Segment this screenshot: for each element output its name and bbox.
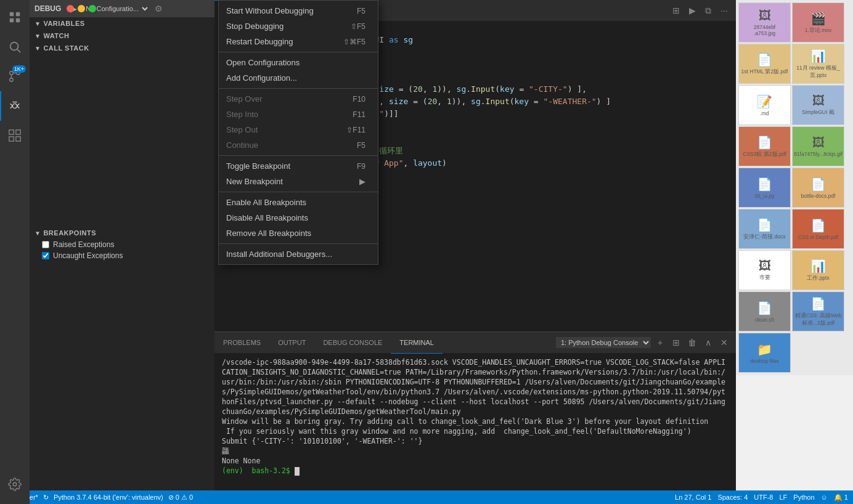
file-thumb-gongzuo[interactable]: 📊 工作.pptx	[792, 250, 844, 290]
status-encoding[interactable]: UTF-8	[754, 494, 773, 501]
file-thumb-desktop[interactable]: 📁 desktop files	[738, 333, 791, 373]
status-spaces[interactable]: Spaces: 4	[717, 494, 748, 501]
line-ending-label: LF	[779, 494, 787, 501]
call-stack-section-header[interactable]: ▼ CALL STACK	[30, 42, 214, 54]
menu-item-open-configurations[interactable]: Open Configurations	[219, 55, 378, 70]
status-right: Ln 27, Col 1 Spaces: 4 UTF-8 LF Python ☺…	[675, 494, 848, 502]
tab-terminal[interactable]: TERMINAL	[391, 332, 443, 354]
split-terminal-button[interactable]: ⊞	[669, 336, 683, 349]
status-bar: ⎇ master* ↻ Python 3.7.4 64-bit ('env': …	[0, 490, 853, 504]
menu-item-install-debuggers[interactable]: Install Additional Debuggers...	[219, 246, 378, 262]
variables-section-header[interactable]: ▼ VARIABLES	[30, 17, 214, 30]
menu-item-start-without-debug[interactable]: Start Without Debugging F5	[219, 3, 378, 18]
status-python[interactable]: Python 3.7.4 64-bit ('env': virtualenv)	[54, 494, 163, 501]
terminal-tab-bar: PROBLEMS OUTPUT DEBUG CONSOLE TERMINAL 1…	[214, 332, 736, 354]
debug-icon[interactable]	[0, 91, 30, 121]
menu-item-label: New Breakpoint	[226, 177, 335, 186]
status-position[interactable]: Ln 27, Col 1	[675, 494, 711, 501]
file-thumb-css3[interactable]: 📄 CSS3权 第2版.pdf	[738, 126, 791, 166]
menu-item-restart-debugging[interactable]: Restart Debugging ⇧⌘F5	[219, 34, 378, 49]
file-thumb-label: 市要	[759, 274, 770, 282]
source-control-icon[interactable]: 1K+	[0, 62, 30, 91]
status-line-ending[interactable]: LF	[779, 494, 787, 501]
search-icon[interactable]	[0, 32, 30, 62]
menu-item-remove-all-breakpoints[interactable]: Remove All Breakpoints	[219, 226, 378, 241]
svg-rect-0	[10, 12, 14, 16]
maximize-panel-button[interactable]: ∧	[701, 336, 715, 349]
terminal-tab-actions: 1: Python Debug Console + ⊞ 🗑 ∧ ✕	[556, 336, 736, 349]
status-errors[interactable]: ⊘ 0 ⚠ 0	[168, 494, 193, 502]
file-thumb-mov[interactable]: 🎬 1.导论.mov	[792, 2, 844, 43]
split-editor-button[interactable]: ⊞	[669, 4, 683, 17]
minimize-button[interactable]	[78, 5, 85, 12]
file-thumb-pptx[interactable]: 📊 11月 review 模板_页.pptx	[792, 44, 844, 84]
uncaught-exceptions-checkbox[interactable]	[42, 252, 49, 259]
file-thumb-label: CSS in Depth.pdf	[798, 234, 839, 240]
shell-icon: 📄	[757, 301, 772, 315]
terminal-content[interactable]: /vscode-ipc-988aa900-949e-4499-8a17-5838…	[214, 354, 736, 504]
source-control-badge: 1K+	[12, 65, 26, 73]
status-sync[interactable]: ↻	[43, 494, 49, 502]
menu-item-add-configuration[interactable]: Add Configuration...	[219, 70, 378, 86]
tab-output[interactable]: OUTPUT	[269, 332, 314, 354]
layout-button[interactable]: ⧉	[701, 4, 715, 17]
menu-item-toggle-breakpoint[interactable]: Toggle Breakpoint F9	[219, 158, 378, 174]
variables-label: VARIABLES	[43, 20, 84, 27]
menu-item-stop-debugging[interactable]: Stop Debugging ⇧F5	[219, 18, 378, 34]
svg-point-8	[10, 71, 14, 75]
file-thumb-css-advanced[interactable]: 📄 精通CSS: 高级Web 标准...2版.pdf	[792, 291, 844, 331]
terminal-line-4: Submit {'-CITY-': '101010100', '-WEATHER…	[222, 436, 729, 446]
file-thumb-28744ebf[interactable]: 🖼 28744ebf.a753.jpg	[738, 2, 791, 43]
menu-item-shortcut: ⇧F5	[351, 22, 365, 31]
file-thumb-bottledocs[interactable]: 📄 bottle-docs.pdf	[792, 168, 844, 208]
settings-debug-button[interactable]: ⚙	[152, 2, 165, 15]
close-button[interactable]	[67, 5, 74, 12]
spaces-label: Spaces: 4	[717, 494, 748, 501]
menu-item-enable-all-breakpoints[interactable]: Enable All Breakpoints	[219, 195, 378, 210]
maximize-button[interactable]	[89, 5, 96, 12]
play-button[interactable]: ▶	[685, 4, 699, 17]
watch-arrow: ▼	[35, 33, 41, 39]
terminal-instance-select[interactable]: 1: Python Debug Console	[556, 337, 651, 348]
tab-problems[interactable]: PROBLEMS	[214, 332, 269, 354]
settings-icon[interactable]	[0, 469, 30, 499]
menu-item-new-breakpoint[interactable]: New Breakpoint ▶	[219, 174, 378, 189]
file-thumb-simplgui[interactable]: 🖼 SimpleGUI 截	[792, 85, 844, 125]
encoding-label: UTF-8	[754, 494, 773, 501]
breakpoint-raised-exceptions: Raised Exceptions	[30, 239, 214, 250]
breakpoints-arrow: ▼	[35, 230, 41, 237]
menu-item-label: Remove All Breakpoints	[226, 229, 341, 238]
file-thumb-cleansh[interactable]: 📄 clean.sh	[738, 291, 791, 331]
gif-icon: 🖼	[812, 136, 825, 150]
gongzuo-icon: 📊	[810, 259, 826, 274]
new-terminal-button[interactable]: +	[653, 336, 667, 349]
file-thumb-uipy[interactable]: 📄 06_ui.py	[738, 168, 791, 208]
file-thumb-label: 1.导论.mov	[805, 27, 832, 35]
file-thumb-anjinren[interactable]: 📄 安津仁-简报.docx	[738, 209, 791, 249]
menu-separator-4	[219, 192, 378, 192]
menu-item-disable-all-breakpoints[interactable]: Disable All Breakpoints	[219, 210, 378, 226]
breakpoints-section-header[interactable]: ▼ BREAKPOINTS	[30, 227, 214, 239]
raised-exceptions-label: Raised Exceptions	[53, 240, 114, 249]
svg-rect-14	[16, 130, 20, 134]
watch-section-header[interactable]: ▼ WATCH	[30, 30, 214, 42]
status-notifications[interactable]: 🔔 1	[834, 494, 848, 502]
menu-item-shortcut: F11	[353, 110, 365, 119]
raised-exceptions-checkbox[interactable]	[42, 241, 49, 248]
bottledocs-icon: 📄	[810, 177, 826, 192]
file-thumb-shiyao[interactable]: 🖼 市要	[738, 250, 791, 290]
file-thumb-md[interactable]: 📝 .md	[738, 85, 791, 125]
explorer-icon[interactable]	[0, 2, 30, 32]
file-thumb-html[interactable]: 📄 1st HTML 第2版.pdf	[738, 44, 791, 84]
file-thumb-label: clean.sh	[755, 317, 775, 323]
close-panel-button[interactable]: ✕	[717, 336, 731, 349]
tab-actions: ⊞ ▶ ⧉ ···	[669, 4, 736, 17]
kill-terminal-button[interactable]: 🗑	[685, 336, 699, 349]
extensions-icon[interactable]	[0, 121, 30, 150]
status-feedback[interactable]: ☺	[821, 494, 828, 501]
file-thumb-cssindepth[interactable]: 📄 CSS in Depth.pdf	[792, 209, 844, 249]
tab-debug-console[interactable]: DEBUG CONSOLE	[314, 332, 391, 354]
more-actions-button[interactable]: ···	[717, 4, 731, 17]
file-thumb-gif[interactable]: 🖼 81fa7475ly...8ckjs.gif	[792, 126, 844, 166]
status-language[interactable]: Python	[793, 494, 814, 501]
